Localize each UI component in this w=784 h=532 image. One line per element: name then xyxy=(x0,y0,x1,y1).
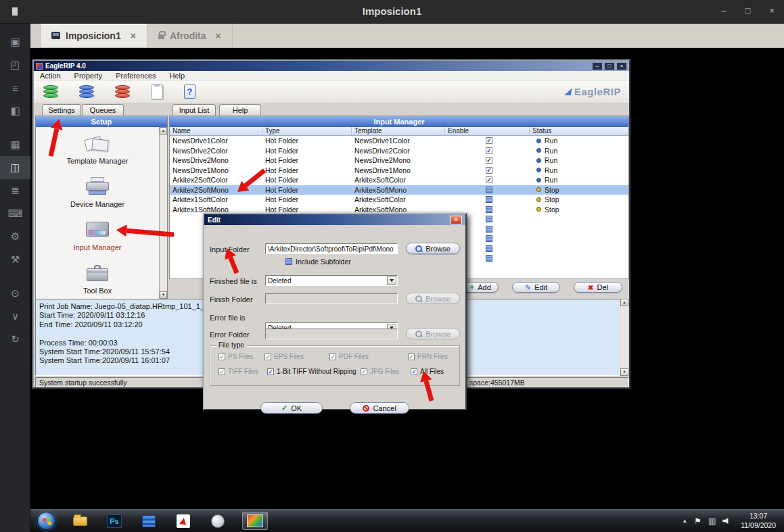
enable-checkbox[interactable]: ✓ xyxy=(486,176,492,183)
column-type[interactable]: Type xyxy=(262,127,352,135)
tab-imposicion1[interactable]: Imposicion1 × xyxy=(40,24,147,47)
restore-button[interactable]: □ xyxy=(745,5,751,16)
taskbar-acrobat-button[interactable] xyxy=(173,512,193,530)
cancel-button[interactable]: Cancel xyxy=(350,402,409,414)
column-name[interactable]: Name xyxy=(170,127,262,135)
tab-queues[interactable]: Queues xyxy=(82,104,124,116)
scroll-up-icon[interactable]: ▲ xyxy=(620,299,628,306)
list-icon[interactable]: ≣ xyxy=(0,179,30,202)
add-button[interactable]: + Add xyxy=(462,282,499,293)
enable-checkbox[interactable]: ✓ xyxy=(486,157,492,164)
grid-icon[interactable]: ▦ xyxy=(0,133,30,156)
minimize-button[interactable]: – xyxy=(721,5,726,16)
tray-display-icon[interactable]: ▥ xyxy=(708,516,716,526)
start-button[interactable] xyxy=(37,512,55,530)
enable-checkbox[interactable]: ✓ xyxy=(486,137,492,144)
filetype-tiff-files[interactable]: ✓TIFF Files xyxy=(218,368,258,375)
eaglerip-restore-button[interactable]: □ xyxy=(604,62,615,70)
camera-icon[interactable]: ⊙ xyxy=(0,282,30,305)
column-enable[interactable]: Enable xyxy=(445,127,530,135)
input-folder-browse-button[interactable]: Browse xyxy=(406,243,460,254)
volume-icon[interactable] xyxy=(722,517,730,525)
column-status[interactable]: Status xyxy=(530,127,628,135)
taskbar-photoshop-button[interactable]: Ps xyxy=(104,512,124,530)
filetype-jpg-files[interactable]: ✓JPG Files xyxy=(361,368,399,375)
include-subfolder-checkbox[interactable]: Include Subfolder xyxy=(285,258,351,266)
enable-checkbox[interactable] xyxy=(486,187,492,193)
filetype-1-bit-tiff-without-ripping[interactable]: ✓1-Bit TIFF Without Ripping xyxy=(267,368,356,375)
table-row[interactable]: NewsDrive2ColorHot FolderNewsDrive2Color… xyxy=(170,146,628,156)
scroll-up-icon[interactable]: ▲ xyxy=(160,127,167,135)
scroll-down-icon[interactable]: ▼ xyxy=(620,368,628,376)
tray-flag-icon[interactable]: ⚑ xyxy=(694,516,701,526)
taskbar-eaglerip-button[interactable] xyxy=(242,512,268,530)
log-scrollbar[interactable]: ▲ ▼ xyxy=(620,299,628,376)
eaglerip-close-button[interactable]: × xyxy=(616,62,627,70)
setup-item-device-manager[interactable]: Device Manager xyxy=(36,170,159,214)
finish-folder-browse-button[interactable]: Browse xyxy=(406,293,460,304)
tab-close-icon[interactable]: × xyxy=(131,30,136,41)
edit-database-icon[interactable] xyxy=(79,86,94,98)
taskbar-clock[interactable]: 13:07 11/09/2020 xyxy=(741,512,776,530)
close-button[interactable]: × xyxy=(769,5,775,16)
filetype-prn-files[interactable]: ✓PRN Files xyxy=(408,353,448,360)
delete-database-icon[interactable] xyxy=(115,86,130,98)
tab-settings[interactable]: Settings xyxy=(42,104,81,116)
chevron-down-icon[interactable]: ∨ xyxy=(0,305,30,328)
keyboard-icon[interactable]: ⌨ xyxy=(0,202,30,225)
taskbar-browser-button[interactable] xyxy=(208,512,228,530)
enable-checkbox[interactable] xyxy=(486,226,492,233)
enable-checkbox[interactable] xyxy=(486,235,492,242)
finished-file-dropdown[interactable]: Deleted xyxy=(265,275,398,286)
tab-input-list[interactable]: Input List xyxy=(172,104,216,116)
finish-folder-field[interactable] xyxy=(265,293,398,304)
edit-button[interactable]: ✎ Edit xyxy=(512,282,560,293)
taskbar-app-button[interactable] xyxy=(139,512,159,530)
filetype-eps-files[interactable]: ✓EPS Files xyxy=(264,353,304,360)
column-template[interactable]: Template xyxy=(352,127,445,135)
table-row[interactable]: NewsDrive2MonoHot FolderNewsDrive2Mono✓R… xyxy=(170,155,628,166)
menu-help[interactable]: Help xyxy=(169,72,185,80)
del-button[interactable]: ✖ Del xyxy=(574,282,622,293)
input-folder-field[interactable]: \ArkitexDirector\Softproof\ToRip\Pdf\Mon… xyxy=(265,243,398,254)
enable-checkbox[interactable] xyxy=(486,196,492,203)
setup-scrollbar[interactable]: ▲ ▼ xyxy=(159,127,167,299)
menu-action[interactable]: Action xyxy=(40,72,61,80)
fullscreen-icon[interactable]: ◰ xyxy=(0,53,30,76)
menu-icon[interactable]: ≡ xyxy=(0,76,30,99)
filetype-ps-files[interactable]: ✓PS Files xyxy=(218,353,253,360)
table-row[interactable]: Arkitex2SoftMonoHot FolderArkitexSoftMon… xyxy=(170,185,628,195)
dialog-titlebar[interactable]: Edit × xyxy=(204,214,465,225)
tab-close-icon[interactable]: × xyxy=(216,30,221,41)
table-row[interactable]: Arkitex1SoftColorHot FolderArkitexSoftCo… xyxy=(170,195,628,205)
document-icon[interactable] xyxy=(151,84,163,99)
error-folder-field[interactable] xyxy=(265,329,398,339)
menu-property[interactable]: Property xyxy=(74,72,103,80)
settings-gear-icon[interactable]: ⚙ xyxy=(0,225,30,248)
enable-checkbox[interactable]: ✓ xyxy=(486,167,492,174)
scroll-down-icon[interactable]: ▼ xyxy=(160,291,167,299)
help-book-icon[interactable]: ? xyxy=(184,84,195,99)
refresh-icon[interactable]: ↻ xyxy=(0,328,30,351)
tools-icon[interactable]: ⚒ xyxy=(0,248,30,271)
tray-expand-icon[interactable]: ▲ xyxy=(682,518,687,524)
panel-icon[interactable]: ◧ xyxy=(0,99,30,122)
filetype-all-files[interactable]: ✓All Files xyxy=(411,368,444,375)
setup-item-template-manager[interactable]: Template Manager xyxy=(36,127,159,170)
setup-item-input-manager[interactable]: Input Manager xyxy=(36,214,159,257)
table-row[interactable]: NewsDrive1ColorHot FolderNewsDrive1Color… xyxy=(170,136,628,146)
enable-checkbox[interactable]: ✓ xyxy=(486,147,492,154)
error-folder-browse-button[interactable]: Browse xyxy=(406,328,460,339)
dropdown-arrow-icon[interactable] xyxy=(387,276,396,285)
tab-help[interactable]: Help xyxy=(219,104,261,116)
dialog-close-button[interactable]: × xyxy=(451,216,462,224)
enable-checkbox[interactable] xyxy=(486,206,492,213)
setup-item-tool-box[interactable]: Tool Box xyxy=(36,257,159,300)
taskbar-explorer-button[interactable] xyxy=(70,512,90,530)
input-database-icon[interactable] xyxy=(43,86,58,98)
enable-checkbox[interactable] xyxy=(486,245,492,252)
table-row[interactable]: Arkitex2SoftColorHot FolderArkitexSoftCo… xyxy=(170,175,628,185)
eaglerip-titlebar[interactable]: EagleRIP 4.0 – □ × xyxy=(34,61,629,71)
filetype-pdf-files[interactable]: ✓PDF Files xyxy=(329,353,369,360)
enable-checkbox[interactable] xyxy=(486,255,492,262)
